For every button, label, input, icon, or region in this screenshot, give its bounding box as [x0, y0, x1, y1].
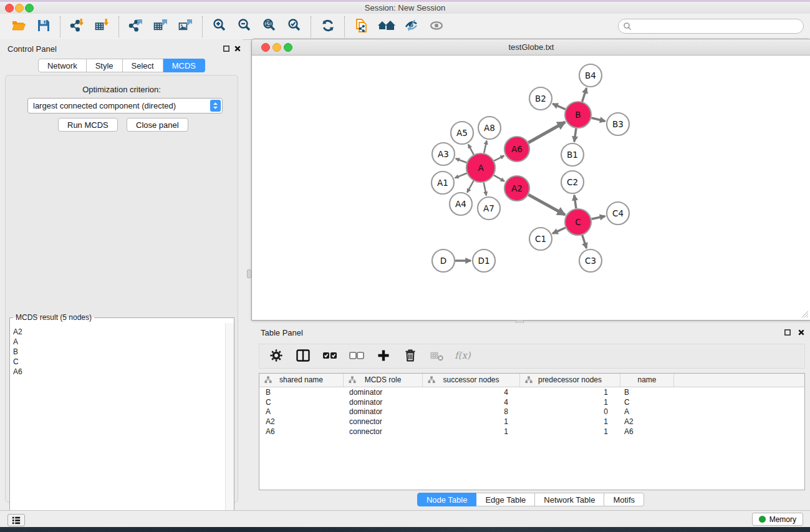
destroy-table-button[interactable] — [429, 348, 445, 364]
table-row[interactable]: A6connector11A6 — [259, 427, 804, 437]
close-panel-button[interactable]: Close panel — [127, 118, 188, 132]
graph-node-C3[interactable]: C3 — [579, 249, 602, 272]
split-view-button[interactable] — [295, 348, 311, 364]
column-header-successor-nodes[interactable]: successor nodes — [423, 374, 520, 387]
edge-C-C3[interactable] — [582, 235, 587, 248]
edge-B-B2[interactable] — [552, 104, 566, 109]
column-header-predecessor-nodes[interactable]: predecessor nodes — [520, 374, 620, 387]
result-scrollbar[interactable] — [225, 323, 234, 532]
result-list-item[interactable]: C — [13, 357, 225, 367]
zoom-selected-button[interactable] — [282, 17, 307, 37]
column-header-shared-name[interactable]: shared name — [259, 374, 344, 387]
graph-node-A4[interactable]: A4 — [450, 193, 472, 215]
graph-node-B[interactable]: B — [565, 102, 591, 128]
result-list-item[interactable]: A6 — [13, 367, 225, 377]
search-field[interactable] — [618, 19, 804, 34]
tab-node-table[interactable]: Node Table — [417, 493, 477, 506]
zoom-in-button[interactable] — [207, 17, 232, 37]
graph-node-B1[interactable]: B1 — [561, 143, 584, 166]
edge-A-A1[interactable] — [455, 173, 467, 178]
graph-node-C[interactable]: C — [565, 209, 591, 235]
show-panels-list-button[interactable] — [7, 514, 25, 526]
edge-A-A6[interactable] — [494, 156, 504, 161]
deselect-all-button[interactable] — [349, 348, 365, 364]
resize-grip-icon[interactable] — [800, 310, 809, 319]
edge-A-A3[interactable] — [456, 158, 467, 163]
save-session-button[interactable] — [31, 17, 56, 37]
graph-node-B2[interactable]: B2 — [529, 87, 552, 110]
edge-A-A4[interactable] — [467, 181, 473, 193]
memory-button[interactable]: Memory — [752, 513, 803, 526]
edge-B-B4[interactable] — [582, 88, 587, 102]
edge-A6-B[interactable] — [528, 122, 565, 143]
graph-node-A[interactable]: A — [466, 153, 495, 182]
edge-A2-C[interactable] — [528, 195, 565, 215]
column-header-MCDS-role[interactable]: MCDS role — [344, 374, 423, 387]
zoom-fit-button[interactable] — [257, 17, 282, 37]
gear-button[interactable] — [268, 348, 284, 364]
export-image-button[interactable] — [173, 17, 198, 37]
search-input[interactable] — [632, 22, 803, 31]
show-panels-button[interactable] — [424, 17, 449, 37]
edge-C-C2[interactable] — [574, 195, 576, 208]
tab-network[interactable]: Network — [38, 59, 87, 72]
export-network-button[interactable] — [123, 17, 148, 37]
trash-button[interactable] — [402, 348, 418, 364]
graph-node-B3[interactable]: B3 — [607, 113, 629, 135]
graph-node-A1[interactable]: A1 — [432, 172, 454, 194]
hide-panels-button[interactable] — [399, 17, 424, 37]
column-header-name[interactable]: name — [620, 374, 674, 387]
network-vertical-scroll-thumb[interactable] — [247, 269, 251, 278]
table-float-panel-icon[interactable] — [783, 328, 792, 337]
edge-B-B1[interactable] — [574, 128, 576, 142]
zoom-out-button[interactable] — [232, 17, 257, 37]
edge-A-A7[interactable] — [484, 183, 486, 196]
graph-node-A5[interactable]: A5 — [451, 122, 473, 144]
graph-node-C2[interactable]: C2 — [561, 171, 584, 193]
open-session-button[interactable] — [6, 17, 31, 37]
result-list-item[interactable]: A — [13, 337, 225, 347]
fx-button[interactable]: f(x) — [456, 348, 472, 364]
edge-A-A5[interactable] — [468, 145, 474, 155]
edge-C-C4[interactable] — [591, 216, 605, 219]
close-panel-icon[interactable] — [233, 44, 242, 53]
criterion-dropdown[interactable]: largest connected component (directed) — [27, 98, 223, 114]
tab-select[interactable]: Select — [123, 59, 163, 72]
network-graph-canvas[interactable]: AA1A2A3A4A5A6A7A8BB1B2B3B4CC1C2C3C4DD1 — [252, 56, 809, 319]
network-window-titlebar[interactable]: testGlobe.txt — [252, 39, 810, 56]
import-table-button[interactable] — [90, 17, 115, 37]
table-row[interactable]: Cdominator41C — [259, 397, 804, 407]
graph-node-D1[interactable]: D1 — [473, 249, 495, 272]
graph-node-C1[interactable]: C1 — [529, 228, 552, 250]
edge-A-A8[interactable] — [484, 141, 486, 153]
select-all-button[interactable] — [322, 348, 338, 364]
table-row[interactable]: Bdominator41B — [259, 387, 804, 397]
add-button[interactable] — [375, 348, 392, 364]
tab-mcds[interactable]: MCDS — [163, 59, 205, 72]
mcds-result-list[interactable]: A2ABCA6 — [10, 323, 225, 532]
tab-edge-table[interactable]: Edge Table — [476, 493, 535, 506]
graph-node-D[interactable]: D — [432, 249, 455, 272]
export-table-button[interactable] — [148, 17, 173, 37]
graph-node-A6[interactable]: A6 — [504, 137, 529, 162]
graph-node-A7[interactable]: A7 — [478, 197, 500, 220]
home-button[interactable] — [374, 17, 399, 37]
refresh-button[interactable] — [316, 17, 340, 37]
edge-A-A2[interactable] — [494, 175, 504, 181]
run-mcds-button[interactable]: Run MCDS — [58, 118, 118, 132]
tab-network-table[interactable]: Network Table — [535, 493, 604, 506]
graph-node-A3[interactable]: A3 — [432, 143, 455, 165]
table-row[interactable]: Adominator80A — [259, 407, 804, 417]
tab-motifs[interactable]: Motifs — [604, 493, 644, 506]
graph-node-A2[interactable]: A2 — [504, 176, 529, 201]
tab-style[interactable]: Style — [87, 59, 123, 72]
float-panel-icon[interactable] — [222, 44, 231, 53]
table-close-panel-icon[interactable] — [797, 328, 806, 337]
clone-network-button[interactable] — [349, 17, 374, 37]
graph-node-C4[interactable]: C4 — [607, 202, 629, 225]
table-row[interactable]: A2connector11A2 — [259, 417, 804, 427]
import-network-button[interactable] — [65, 17, 90, 37]
edge-C-C1[interactable] — [552, 228, 566, 233]
graph-node-A8[interactable]: A8 — [478, 117, 501, 139]
result-list-item[interactable]: B — [13, 347, 225, 357]
